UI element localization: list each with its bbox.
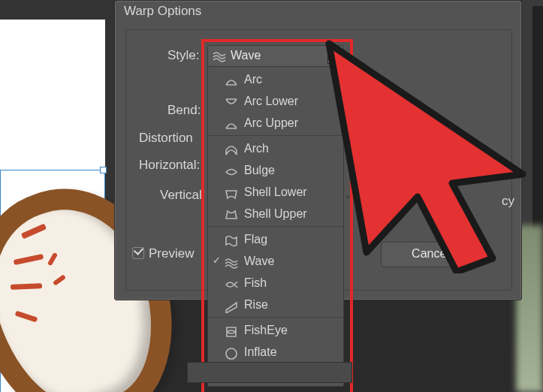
- style-option-arc-upper[interactable]: Arc Upper: [208, 112, 343, 134]
- style-option-label: Shell Lower: [244, 185, 307, 198]
- flag-icon: [225, 233, 238, 246]
- check-icon: [211, 74, 222, 84]
- style-option-arc[interactable]: Arc: [208, 68, 343, 90]
- arc-upper-icon: [225, 116, 238, 130]
- style-selected-label: Wave: [231, 49, 261, 62]
- distortion-label: Distortion: [139, 131, 193, 146]
- chevron-down-icon: [330, 53, 337, 58]
- cancel-button[interactable]: Cancel: [381, 242, 480, 267]
- check-icon: [211, 234, 222, 244]
- style-option-fish[interactable]: Fish: [208, 272, 343, 294]
- style-option-label: Flag: [244, 233, 267, 246]
- check-icon: [211, 208, 222, 219]
- style-option-label: Arc: [244, 73, 262, 86]
- style-label: Style:: [167, 48, 200, 63]
- style-option-rise[interactable]: Rise: [208, 294, 343, 315]
- style-option-label: Fish: [244, 276, 267, 289]
- checkbox-icon: [132, 247, 144, 259]
- style-option-label: Rise: [244, 298, 268, 311]
- style-combobox[interactable]: Wave: [207, 45, 344, 68]
- arc-lower-icon: [225, 95, 238, 108]
- check-icon: [211, 164, 222, 175]
- preview-label: Preview: [149, 246, 194, 261]
- style-option-wave[interactable]: ✓Wave: [208, 250, 343, 272]
- preview-checkbox[interactable]: Preview: [132, 246, 194, 261]
- bend-label: Bend:: [167, 103, 201, 118]
- check-icon: ✓: [211, 255, 222, 266]
- wave-icon: [213, 50, 226, 63]
- check-icon: [211, 346, 222, 357]
- style-option-label: Arc Lower: [244, 95, 298, 107]
- check-icon: [211, 143, 222, 153]
- arch-icon: [225, 142, 238, 155]
- style-option-label: Arc Upper: [244, 116, 298, 129]
- style-option-arch[interactable]: Arch: [208, 137, 343, 159]
- bottom-toolbar-fragment: [187, 362, 352, 383]
- cancel-label: Cancel: [412, 247, 449, 260]
- dialog-title: Warp Options: [124, 4, 201, 19]
- style-option-label: FishEye: [244, 324, 288, 336]
- style-option-bulge[interactable]: Bulge: [208, 159, 343, 181]
- horizontal-label: Horizontal:: [139, 158, 200, 173]
- wave-icon: [225, 255, 238, 268]
- style-option-inflate[interactable]: Inflate: [208, 341, 343, 363]
- selection-handle[interactable]: [100, 167, 107, 173]
- style-option-label: Bulge: [244, 164, 275, 176]
- check-icon: [211, 95, 222, 106]
- style-option-shell-lower[interactable]: Shell Lower: [208, 181, 343, 203]
- style-option-shell-upper[interactable]: Shell Upper: [208, 203, 343, 225]
- fish-icon: [225, 276, 238, 290]
- style-option-label: Inflate: [244, 345, 277, 358]
- check-icon: [211, 186, 222, 197]
- shell-lower-icon: [225, 185, 238, 199]
- truncated-label: cy: [502, 194, 514, 209]
- check-icon: [211, 299, 222, 309]
- style-option-label: Arch: [244, 142, 269, 155]
- style-dropdown[interactable]: ArcArc LowerArc UpperArchBulgeShell Lowe…: [207, 66, 344, 387]
- bulge-icon: [225, 164, 238, 177]
- style-option-label: Shell Upper: [244, 207, 307, 220]
- style-option-flag[interactable]: Flag: [208, 228, 343, 250]
- check-icon: [211, 277, 222, 288]
- arc-icon: [225, 73, 238, 86]
- check-icon: [211, 324, 222, 335]
- inflate-icon: [225, 345, 238, 359]
- check-icon: [211, 117, 222, 128]
- clock-illustration: [0, 188, 113, 392]
- rise-icon: [225, 298, 238, 312]
- style-option-arc-lower[interactable]: Arc Lower: [208, 90, 343, 112]
- stage: Warp Options Style: Bend: Distortion Hor…: [0, 0, 543, 392]
- style-option-label: Wave: [244, 255, 274, 267]
- fisheye-icon: [225, 324, 238, 337]
- vertical-label: Vertical:: [160, 188, 205, 203]
- vertical-slider-thumb[interactable]: [360, 191, 373, 203]
- shell-upper-icon: [225, 207, 238, 221]
- style-option-fisheye[interactable]: FishEye: [208, 319, 343, 341]
